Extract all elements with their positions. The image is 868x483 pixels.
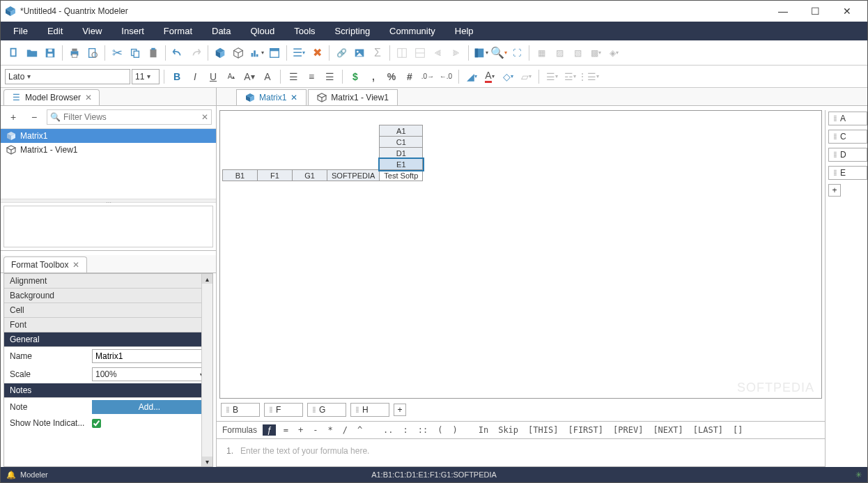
close-icon[interactable]: ✕ [85,93,92,102]
group2-button[interactable]: ▨ [550,44,568,62]
percent-button[interactable]: % [383,68,400,85]
font-family-combo[interactable]: Lato▾ [5,69,130,84]
perspective-button[interactable]: ▾ [472,44,490,62]
section-alignment[interactable]: Alignment [4,274,212,289]
col-header[interactable]: D1 [380,148,423,159]
maximize-button[interactable]: ☐ [799,1,831,22]
new-matrix-button[interactable] [211,44,229,62]
print-button[interactable] [65,44,84,62]
op-rparen[interactable]: ) [450,425,459,435]
menu-view[interactable]: View [72,22,111,40]
scrollbar[interactable]: ▴ ▾ [201,274,212,466]
highlight-button[interactable]: ▱▾ [518,68,534,85]
section-font[interactable]: Font [4,318,212,332]
layout2-button[interactable] [411,44,429,62]
tab-view1[interactable]: Matrix1 - View1 [308,89,397,105]
scroll-up-icon[interactable]: ▴ [202,274,212,284]
font-color-button[interactable]: A▾ [481,68,498,85]
row-header[interactable]: F1 [258,170,293,181]
show-note-checkbox[interactable] [92,419,101,428]
op-mult[interactable]: * [325,425,334,435]
op-minus[interactable]: - [311,425,320,435]
op-range[interactable]: .. [381,425,395,435]
add-view-button[interactable]: + [5,109,22,125]
font-size-reset-button[interactable]: A [259,68,276,85]
menu-community[interactable]: Community [380,22,445,40]
splitter[interactable]: ⋯ [1,199,216,203]
menu-insert[interactable]: Insert [111,22,154,40]
font-size-combo[interactable]: 11▾ [132,69,160,84]
op-eq[interactable]: = [281,425,290,435]
print-preview-button[interactable] [84,44,102,62]
underline-button[interactable]: U [205,68,222,85]
clear-icon[interactable]: ✕ [201,112,208,122]
menu-edit[interactable]: Edit [38,22,72,40]
list-style-button[interactable]: ⋮☰▾ [580,68,596,85]
menu-scripting[interactable]: Scripting [325,22,380,40]
model-browser-tab[interactable]: ☰ Model Browser ✕ [3,89,100,105]
link-button[interactable]: 🔗 [332,44,350,62]
dim-d-button[interactable]: ⁞⁞D [828,148,867,162]
outdent-button[interactable]: ☲▾ [561,68,578,85]
cut-button[interactable]: ✂ [108,44,126,62]
undo-button[interactable] [169,44,187,62]
dim-e-button[interactable]: ⁞⁞E [828,166,867,180]
data-cell[interactable]: Test Softp [380,170,423,181]
add-v-dim-button[interactable]: + [828,184,841,197]
remove-view-button[interactable]: − [26,109,42,125]
row-header[interactable]: B1 [223,170,258,181]
formula-editor[interactable]: 1. Enter the text of your formula here. [217,439,825,467]
matrix-canvas[interactable]: A1 C1 D1 E1 B1 F1 G1 SOFTPEDIA Test Soft… [219,110,822,399]
ref-brackets[interactable]: [] [731,425,745,435]
hash-button[interactable]: # [401,68,418,85]
menu-file[interactable]: File [3,22,38,40]
ref-this[interactable]: [THIS] [526,425,560,435]
ref-last[interactable]: [LAST] [691,425,725,435]
font-smaller-button[interactable]: A▴ [223,68,240,85]
dec-decimal-button[interactable]: ←.0 [437,68,454,85]
filter-views-input[interactable]: 🔍 ✕ [47,109,212,125]
copy-button[interactable] [126,44,144,62]
dim-c-button[interactable]: ⁞⁞C [828,130,867,144]
group4-button[interactable]: ▩▾ [587,44,605,62]
layout1-button[interactable] [393,44,411,62]
col-header[interactable]: A1 [380,125,423,137]
op-lparen[interactable]: ( [435,425,444,435]
indent-button[interactable]: ☰▾ [543,68,560,85]
close-icon[interactable]: ✕ [72,260,79,270]
nav-next-button[interactable]: ⫸ [447,44,465,62]
open-button[interactable] [23,44,41,62]
tools-button[interactable]: ✖ [308,44,326,62]
col-header[interactable]: E1 [380,159,423,170]
col-header[interactable]: C1 [380,137,423,148]
op-pow[interactable]: ^ [355,425,364,435]
ref-first[interactable]: [FIRST] [566,425,605,435]
scale-combo[interactable]: 100%▾ [92,367,207,381]
bell-icon[interactable]: 🔔 [6,470,16,480]
menu-qloud[interactable]: Qloud [240,22,284,40]
op-dcolon[interactable]: :: [416,425,430,435]
inc-decimal-button[interactable]: .0→ [419,68,436,85]
op-plus[interactable]: + [296,425,305,435]
chart-button[interactable]: ▾ [247,44,265,62]
image-button[interactable] [350,44,369,62]
align-center-button[interactable]: ≡ [303,68,320,85]
ref-prev[interactable]: [PREV] [611,425,645,435]
fill-color-button[interactable]: ◢▾ [463,68,480,85]
save-button[interactable] [41,44,59,62]
scroll-down-icon[interactable]: ▾ [202,457,212,466]
section-notes[interactable]: Notes [4,383,212,398]
menu-format[interactable]: Format [154,22,202,40]
add-h-dim-button[interactable]: + [394,404,406,416]
list-button[interactable]: ☰▾ [290,44,308,62]
minimize-button[interactable]: — [767,1,799,22]
name-input[interactable] [92,349,207,363]
op-div[interactable]: / [341,425,350,435]
ref-next[interactable]: [NEXT] [651,425,685,435]
close-icon[interactable]: ✕ [290,93,297,102]
nav-prev-button[interactable]: ⫷ [429,44,447,62]
fx-icon[interactable]: ƒ [263,424,276,436]
op-colon[interactable]: : [401,425,410,435]
new-view-button[interactable] [229,44,247,62]
op-in[interactable]: In [476,425,490,435]
